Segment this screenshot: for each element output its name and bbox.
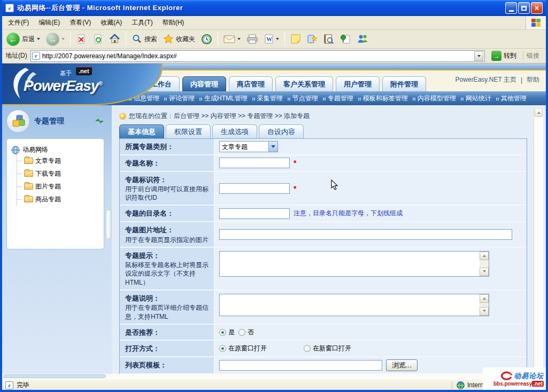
subnav-template[interactable]: 模板和标签管理 <box>358 94 408 103</box>
name-input[interactable] <box>219 158 290 168</box>
subnav-model[interactable]: 内容模型管理 <box>413 94 456 103</box>
description-textarea[interactable] <box>219 294 489 316</box>
go-icon: → <box>491 51 501 61</box>
tab-content-management[interactable]: 内容管理 <box>182 76 226 91</box>
minimize-button[interactable] <box>505 2 517 14</box>
menu-help[interactable]: 帮助(H) <box>158 16 189 29</box>
research-icon <box>323 34 334 44</box>
menu-tools[interactable]: 工具(T) <box>127 16 157 29</box>
tip-textarea[interactable] <box>219 251 489 277</box>
menu-favorites[interactable]: 收藏(A) <box>96 16 127 29</box>
stop-button[interactable] <box>74 33 89 45</box>
tab-custom-content[interactable]: 自设内容 <box>259 124 304 138</box>
tree-item-download[interactable]: 下载专题 <box>17 167 99 180</box>
tree-root-node[interactable]: 动易网络 <box>11 145 99 154</box>
module-cubes-icon <box>6 109 30 133</box>
edit-button[interactable]: W <box>262 33 281 45</box>
address-dropdown[interactable] <box>474 51 483 61</box>
dirname-input[interactable] <box>219 208 290 219</box>
sidebar-scrollbar[interactable] <box>105 105 111 379</box>
address-input[interactable]: e http://2007.powereasy.net/Manage/Index… <box>30 50 485 62</box>
go-button[interactable]: → 转到 <box>488 50 520 62</box>
folder-icon <box>24 196 33 202</box>
tree-item-article[interactable]: 文章专题 <box>17 154 99 167</box>
image-url-input[interactable] <box>219 229 512 240</box>
menu-bar: 文件(F) 编辑(E) 查看(V) 收藏(A) 工具(T) 帮助(H) <box>2 16 546 30</box>
tab-user-management[interactable]: 用户管理 <box>336 76 380 91</box>
links-label[interactable]: 链接 <box>523 51 543 60</box>
history-button[interactable] <box>199 33 214 46</box>
select-dropdown-button[interactable] <box>268 142 277 152</box>
notes-button[interactable] <box>288 33 303 45</box>
print-button[interactable] <box>244 33 260 45</box>
maximize-button[interactable] <box>518 2 530 14</box>
identifier-input[interactable] <box>219 183 290 194</box>
home-button[interactable] <box>107 33 122 45</box>
discuss-button[interactable] <box>338 33 353 45</box>
subnav-node[interactable]: 节点管理 <box>288 94 318 103</box>
subnav-special[interactable]: 专题管理 <box>323 94 353 103</box>
sidebar-scroll-thumb[interactable] <box>106 209 111 239</box>
powereasy-home-link[interactable]: PowerEasy.NET 主页 <box>456 75 516 84</box>
dirname-note: 注意，目录名只能是字母，下划线组成 <box>294 209 403 218</box>
subnav-collect[interactable]: 采集管理 <box>252 94 283 103</box>
identifier-label: 专题标识符： <box>125 176 167 184</box>
subnav-stats[interactable]: 网站统计 <box>461 94 491 103</box>
list-template-input[interactable] <box>219 360 382 371</box>
print-icon <box>246 34 258 44</box>
tree-item-product[interactable]: 商品专题 <box>17 193 99 206</box>
category-select[interactable]: 文章专题 <box>219 141 278 152</box>
history-icon <box>201 34 212 45</box>
back-icon: ← <box>6 33 20 46</box>
messenger-button[interactable] <box>354 33 371 45</box>
forward-button[interactable]: → <box>44 32 67 47</box>
menu-edit[interactable]: 编辑(E) <box>34 16 65 29</box>
refresh-button[interactable] <box>90 33 105 45</box>
favorites-button[interactable]: 收藏夹 <box>161 33 197 45</box>
horizontal-scrollbar[interactable] <box>2 374 534 379</box>
recommend-yes-radio[interactable] <box>219 329 226 336</box>
tab-generate-options[interactable]: 生成选项 <box>212 124 257 138</box>
tab-shop-management[interactable]: 商店管理 <box>229 76 273 91</box>
subnav-html[interactable]: 生成HTML管理 <box>199 94 248 103</box>
tab-permission[interactable]: 权限设置 <box>166 124 211 138</box>
scroll-down-button[interactable] <box>480 307 489 316</box>
subnav-comment[interactable]: 评论管理 <box>164 94 195 103</box>
scroll-down-button[interactable] <box>480 268 489 276</box>
folder-icon <box>24 183 33 190</box>
tab-attachment-management[interactable]: 附件管理 <box>382 76 426 91</box>
scroll-up-button[interactable] <box>480 252 489 260</box>
search-button[interactable]: 搜索 <box>129 33 159 45</box>
horizontal-scroll-thumb[interactable] <box>3 374 106 378</box>
tree-item-picture[interactable]: 图片专题 <box>17 180 99 193</box>
subnav-other[interactable]: 其他管理 <box>496 94 527 103</box>
form-tabs: 基本信息 权限设置 生成选项 自设内容 <box>119 124 531 138</box>
media-button[interactable] <box>305 33 320 45</box>
menu-file[interactable]: 文件(F) <box>3 16 34 29</box>
open-new-window-radio[interactable] <box>304 345 311 352</box>
page-viewport: 我的工作台 内容管理 商店管理 客户关系管理 用户管理 附件管理 PowerEa… <box>2 64 546 379</box>
browse-button[interactable]: 浏览... <box>386 359 418 371</box>
research-button[interactable] <box>321 33 336 45</box>
identifier-desc: 用于前台调用时可以直接用标识符取代ID <box>125 185 210 202</box>
tab-crm-management[interactable]: 客户关系管理 <box>275 76 333 91</box>
tree-panel: 动易网络 文章专题 下载专题 图片专题 商品专题 <box>6 138 104 249</box>
scroll-up-button[interactable] <box>535 108 543 117</box>
search-icon <box>132 34 142 44</box>
close-button[interactable]: × <box>531 2 543 14</box>
recommend-no-radio[interactable] <box>238 329 245 336</box>
mail-button[interactable] <box>221 33 243 45</box>
tab-basic-info[interactable]: 基本信息 <box>119 124 164 138</box>
help-link[interactable]: 帮助 <box>527 75 539 84</box>
back-button[interactable]: ← 后退 <box>4 32 42 47</box>
mail-icon <box>223 34 235 44</box>
browser-window: e 动易网络--后台管理 - Microsoft Internet Explor… <box>0 0 548 392</box>
menu-view[interactable]: 查看(V) <box>65 16 96 29</box>
scroll-up-button[interactable] <box>480 294 489 303</box>
open-same-window-radio[interactable] <box>219 345 226 352</box>
vertical-scrollbar[interactable] <box>534 107 543 379</box>
refresh-icon <box>92 34 103 44</box>
refresh-tree-icon[interactable] <box>95 117 104 126</box>
messenger-icon <box>357 34 368 44</box>
add-special-form: 所属专题类别： 文章专题 专题名称： * <box>119 138 527 379</box>
